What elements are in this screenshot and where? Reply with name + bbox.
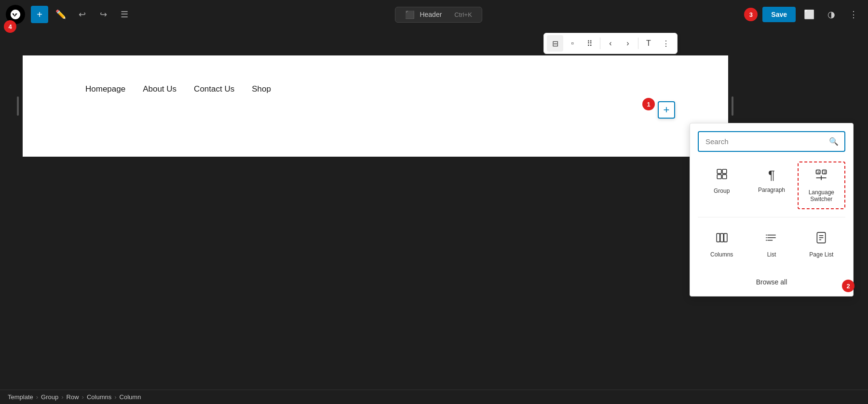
columns-icon: ⊟ (552, 39, 558, 48)
badge-3: 3 (744, 8, 758, 21)
text-align-button[interactable]: T (640, 35, 657, 52)
group-label: Group (714, 188, 730, 194)
paragraph-label: Paragraph (758, 187, 785, 193)
wp-logo-icon (10, 9, 21, 20)
more-icon: ⋮ (662, 39, 670, 48)
breadcrumb-column[interactable]: Column (120, 393, 141, 401)
undo-button[interactable]: ↩ (73, 6, 91, 23)
pencil-icon: ✏️ (55, 9, 66, 20)
save-button[interactable]: Save (762, 7, 796, 22)
split-icon: ▫ (571, 39, 574, 48)
breadcrumb-bar: Template › Group › Row › Columns › Colum… (0, 390, 868, 404)
block-item-paragraph[interactable]: ¶ Paragraph (747, 162, 795, 209)
breadcrumb-group[interactable]: Group (41, 393, 58, 401)
browse-all-link[interactable]: Browse all (756, 278, 787, 286)
options-button[interactable]: ⋮ (845, 6, 862, 23)
list-view-button[interactable]: ☰ (116, 6, 133, 23)
page-list-block-icon (815, 231, 827, 247)
grid-icon: ⠿ (587, 39, 593, 48)
list-block-icon (765, 231, 778, 247)
popup-divider (698, 217, 845, 217)
nav-homepage[interactable]: Homepage (85, 84, 125, 94)
add-block-toolbar-button[interactable]: + (31, 6, 48, 23)
block-item-page-list[interactable]: Page List (798, 225, 845, 264)
block-item-list[interactable]: List (747, 225, 795, 264)
breadcrumb-sep-2: › (61, 393, 63, 401)
search-input-wrap: 🔍 (698, 131, 845, 152)
browse-all-area: Browse all (690, 272, 853, 296)
svg-rect-0 (717, 169, 721, 174)
nav-shop[interactable]: Shop (252, 84, 271, 94)
breadcrumb-sep-1: › (36, 393, 38, 401)
svg-point-18 (766, 240, 767, 241)
block-inserter-panel: 🔍 Group ¶ Paragraph (690, 123, 854, 296)
svg-rect-11 (720, 233, 723, 242)
toolbar-divider (600, 38, 600, 49)
paragraph-icon: ¶ (768, 168, 775, 183)
svg-rect-1 (722, 169, 727, 174)
svg-text:文: 文 (823, 171, 827, 174)
group-icon (716, 168, 728, 184)
search-input[interactable] (699, 133, 823, 150)
right-handle-bar (732, 96, 733, 116)
undo-icon: ↩ (79, 9, 86, 20)
toolbar-center: ⬛ Header Ctrl+K (137, 7, 740, 23)
canvas-block: Homepage About Us Contact Us Shop (23, 55, 728, 157)
svg-rect-3 (722, 175, 727, 179)
nav-contact-us[interactable]: Contact Us (194, 84, 234, 94)
breadcrumb-columns[interactable]: Columns (87, 393, 111, 401)
breadcrumb-template[interactable]: Template (8, 393, 33, 401)
breadcrumb-row[interactable]: Row (67, 393, 79, 401)
shortcut-label: Ctrl+K (454, 11, 472, 18)
block-more-button[interactable]: ⋮ (658, 35, 674, 52)
svg-rect-2 (717, 175, 721, 179)
block-item-language-switcher[interactable]: A 文 LanguageSwitcher (798, 162, 845, 209)
contrast-icon: ◑ (827, 9, 835, 20)
search-icon: 🔍 (829, 137, 839, 146)
header-icon: ⬛ (405, 10, 415, 19)
block-toolbar: ⊟ ▫ ⠿ ‹ › T ⋮ (543, 33, 678, 54)
svg-rect-10 (717, 233, 720, 242)
header-title: Header (420, 11, 442, 18)
svg-text:A: A (817, 171, 820, 174)
block-grid-row1: Group ¶ Paragraph A 文 (690, 152, 853, 213)
top-toolbar: + ✏️ ↩ ↪ ☰ ⬛ Header Ctrl+K 3 Save ⬜ ◑ ⋮ (0, 0, 868, 29)
right-arrow-button[interactable]: › (620, 35, 636, 52)
canvas-nav: Homepage About Us Contact Us Shop (23, 55, 728, 123)
tools-button[interactable]: ✏️ (52, 6, 69, 23)
search-button[interactable]: 🔍 (823, 132, 844, 151)
view-toggle-button[interactable]: ⬜ (800, 6, 818, 23)
grid-view-button[interactable]: ⠿ (582, 35, 598, 52)
left-arrow-icon: ‹ (609, 39, 611, 48)
redo-icon: ↪ (100, 9, 107, 20)
svg-rect-12 (724, 233, 727, 242)
left-arrow-button[interactable]: ‹ (602, 35, 619, 52)
contrast-button[interactable]: ◑ (823, 6, 840, 23)
block-grid-row2: Columns List (690, 221, 853, 272)
badge-4: 4 (4, 20, 16, 33)
language-switcher-label: LanguageSwitcher (809, 189, 834, 202)
toolbar-right: 3 Save ⬜ ◑ ⋮ (744, 6, 862, 23)
left-resize-handle[interactable] (14, 55, 22, 157)
nav-about-us[interactable]: About Us (143, 84, 176, 94)
view-toggle-icon: ⬜ (804, 9, 814, 20)
page-list-label: Page List (809, 251, 833, 258)
add-block-button[interactable]: + (658, 101, 675, 119)
redo-button[interactable]: ↪ (95, 6, 112, 23)
badge-2: 2 (842, 280, 854, 292)
toolbar-divider-2 (638, 38, 638, 49)
language-switcher-icon: A 文 (814, 168, 828, 185)
badge-1: 1 (642, 98, 655, 110)
block-item-group[interactable]: Group (698, 162, 746, 209)
split-view-button[interactable]: ▫ (564, 35, 581, 52)
breadcrumb-sep-4: › (114, 393, 116, 401)
columns-view-button[interactable]: ⊟ (547, 35, 563, 52)
block-item-columns[interactable]: Columns (698, 225, 746, 264)
breadcrumb-sep-3: › (82, 393, 84, 401)
right-arrow-icon: › (626, 39, 629, 48)
text-icon: T (646, 39, 651, 48)
popup-search-area: 🔍 (690, 123, 853, 152)
header-pill[interactable]: ⬛ Header Ctrl+K (395, 7, 482, 23)
columns-block-icon (716, 231, 728, 247)
list-icon: ☰ (121, 9, 128, 20)
